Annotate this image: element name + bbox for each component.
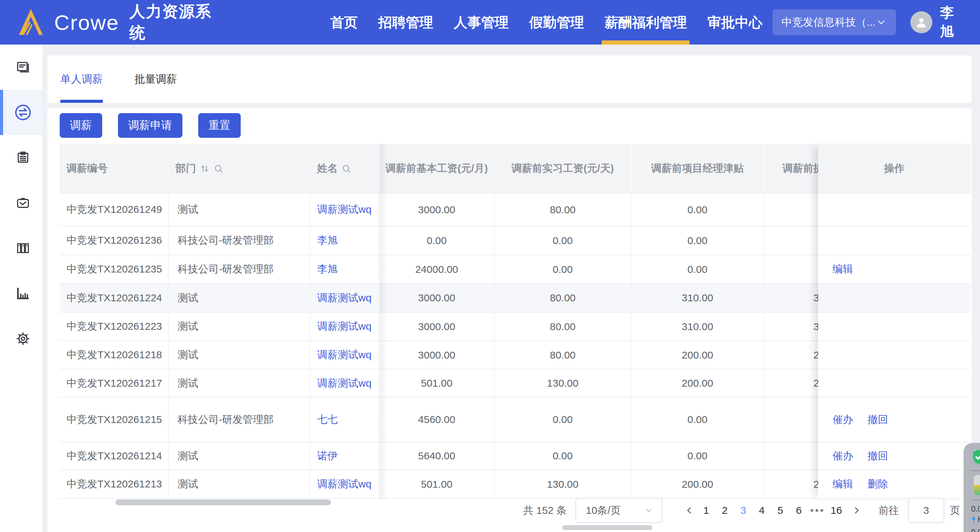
pre-pm-allowance-cell: 0.00 — [632, 442, 764, 470]
page-number-5[interactable]: 5 — [771, 498, 789, 523]
withdraw-link[interactable]: 撤回 — [867, 449, 888, 463]
page-number-1[interactable]: 1 — [697, 498, 715, 523]
reset-button[interactable]: 重置 — [198, 113, 241, 138]
employee-name-link[interactable]: 调薪测试wq — [317, 291, 371, 305]
sidebar-item-records[interactable] — [0, 135, 43, 180]
employee-name-link[interactable]: 调薪测试wq — [317, 376, 371, 391]
department-cell: 测试 — [169, 470, 310, 498]
column-header-label: 姓名 — [317, 162, 338, 176]
pre-pm-allowance-cell: 0.00 — [632, 256, 764, 283]
more-pages-icon[interactable]: ••• — [808, 498, 827, 523]
upload-speed: 0.0 K/ — [971, 504, 980, 524]
sidebar-item-documents[interactable] — [0, 44, 43, 90]
employee-name-link[interactable]: 诺伊 — [317, 449, 338, 463]
table-row[interactable]: 中竞发TX120261236科技公司-研发管理部李旭0.000.000.00 — [60, 226, 818, 256]
search-icon[interactable] — [341, 164, 352, 174]
column-header-label: 操作 — [884, 162, 905, 176]
pre-intern-salary-cell: 130.00 — [495, 470, 632, 498]
employee-name-link[interactable]: 调薪测试wq — [317, 319, 371, 333]
department-cell: 测试 — [169, 313, 310, 340]
nav-item-approval-center[interactable]: 审批中心 — [697, 0, 773, 44]
nav-item-compensation[interactable]: 薪酬福利管理 — [594, 0, 697, 44]
pre-pm-allowance-cell-value: 310.00 — [682, 292, 713, 304]
adjust-id-cell: 中竞发TX120261249 — [60, 194, 169, 226]
nav-item-recruitment[interactable]: 招聘管理 — [368, 0, 443, 44]
floating-monitor-widget[interactable]: 0.0 K/ 0.0 K/ — [964, 443, 980, 532]
tab-single-adjust[interactable]: 单人调薪 — [60, 56, 103, 103]
tab-label: 批量调薪 — [134, 72, 177, 86]
urge-link[interactable]: 催办 — [832, 413, 853, 427]
page-number-2[interactable]: 2 — [715, 498, 734, 523]
delete-link[interactable]: 删除 — [867, 477, 888, 491]
adjust-apply-button[interactable]: 调薪申请 — [118, 113, 183, 138]
sidebar-item-salary-adjust[interactable] — [0, 90, 43, 135]
adjust-id-cell: 中竞发TX120261213 — [60, 470, 169, 498]
pre-base-salary-cell: 3000.00 — [380, 313, 495, 340]
user-name[interactable]: 李旭 — [940, 3, 965, 41]
pre-intern-salary-cell-value: 0.00 — [553, 264, 573, 275]
table-row[interactable]: 中竞发TX120261235科技公司-研发管理部李旭24000.000.000.… — [60, 256, 818, 284]
employee-name-link[interactable]: 李旭 — [317, 233, 338, 248]
edit-link[interactable]: 编辑 — [832, 262, 853, 276]
sidebar-item-settings[interactable] — [0, 316, 43, 361]
table-fixed-actions-column: 操作编辑催办撤回催办撤回编辑删除 — [818, 144, 970, 499]
company-selector[interactable]: 中竞发信息科技（... — [773, 9, 896, 35]
employee-name-link[interactable]: 调薪测试wq — [317, 203, 371, 217]
chevron-down-icon — [875, 16, 887, 28]
pre-pm-allowance-cell-value: 0.00 — [687, 414, 707, 426]
employee-name-link[interactable]: 调薪测试wq — [317, 348, 371, 362]
page-number-16[interactable]: 16 — [827, 498, 846, 523]
actions-cell — [818, 226, 970, 256]
page-size-select[interactable]: 10条/页 — [575, 498, 662, 523]
adjust-id-cell-value: 中竞发TX120261235 — [67, 262, 162, 276]
active-nav-underline — [602, 40, 690, 44]
prev-page-button[interactable] — [678, 498, 697, 523]
table-row[interactable]: 中竞发TX120261215科技公司-研发管理部七七4560.000.000.0… — [60, 398, 818, 442]
page-number-3[interactable]: 3 — [734, 498, 752, 523]
table-row[interactable]: 中竞发TX120261249测试调薪测试wq3000.0080.000.00 — [60, 194, 818, 226]
department-cell-value: 科技公司-研发管理部 — [178, 262, 274, 276]
pre-commission-cell: 200.00 — [764, 341, 818, 369]
actions-cell: 催办撤回 — [818, 398, 970, 442]
sidebar-item-reports[interactable] — [0, 271, 43, 316]
column-header-2: 姓名 — [310, 144, 380, 193]
nav-item-attendance[interactable]: 假勤管理 — [519, 0, 594, 44]
pre-base-salary-cell-value: 501.00 — [421, 377, 453, 389]
page-size-value: 10条/页 — [585, 503, 644, 518]
adjust-id-cell: 中竞发TX120261218 — [60, 341, 169, 369]
employee-name-link[interactable]: 调薪测试wq — [317, 477, 371, 491]
table-row[interactable]: 中竞发TX120261223测试调薪测试wq3000.0080.00310.00… — [60, 313, 818, 341]
department-cell-value: 科技公司-研发管理部 — [178, 413, 274, 427]
actions-cell: 编辑删除 — [818, 470, 970, 499]
edit-link[interactable]: 编辑 — [832, 477, 853, 491]
urge-link[interactable]: 催办 — [832, 449, 853, 463]
form-document-icon — [16, 60, 30, 75]
search-icon[interactable] — [213, 164, 224, 174]
employee-name-link[interactable]: 七七 — [317, 413, 338, 427]
employee-name-link[interactable]: 李旭 — [317, 262, 338, 276]
goto-page-input[interactable] — [908, 498, 944, 523]
table-row[interactable]: 中竞发TX120261213测试调薪测试wq501.00130.00200.00… — [60, 470, 818, 499]
table-horizontal-scrollbar[interactable] — [116, 499, 331, 505]
next-page-button[interactable] — [846, 498, 864, 523]
tab-batch-adjust[interactable]: 批量调薪 — [134, 56, 177, 103]
table-row[interactable]: 中竞发TX120261224测试调薪测试wq3000.0080.00310.00… — [60, 284, 818, 313]
nav-item-personnel[interactable]: 人事管理 — [443, 0, 519, 44]
nav-item-home[interactable]: 首页 — [320, 0, 368, 44]
pre-intern-salary-cell: 80.00 — [495, 284, 632, 312]
adjust-button[interactable]: 调薪 — [60, 113, 102, 138]
page-number-6[interactable]: 6 — [789, 498, 808, 523]
upload-speed-value: 0.0 — [971, 504, 980, 514]
upload-speed-unit: K/ — [978, 514, 980, 524]
page-number-4[interactable]: 4 — [752, 498, 771, 523]
page-horizontal-scrollbar[interactable] — [562, 525, 652, 530]
active-tab-underline — [60, 100, 103, 103]
table-row[interactable]: 中竞发TX120261218测试调薪测试wq3000.0080.00200.00… — [60, 341, 818, 370]
withdraw-link[interactable]: 撤回 — [867, 413, 888, 427]
table-row[interactable]: 中竞发TX120261214测试诺伊5640.000.000.00 — [60, 442, 818, 470]
sort-icon[interactable] — [200, 164, 210, 174]
user-avatar[interactable] — [910, 11, 932, 33]
sidebar-item-tasks[interactable] — [0, 180, 43, 226]
sidebar-item-archives[interactable] — [0, 226, 43, 271]
table-row[interactable]: 中竞发TX120261217测试调薪测试wq501.00130.00200.00… — [60, 370, 818, 398]
